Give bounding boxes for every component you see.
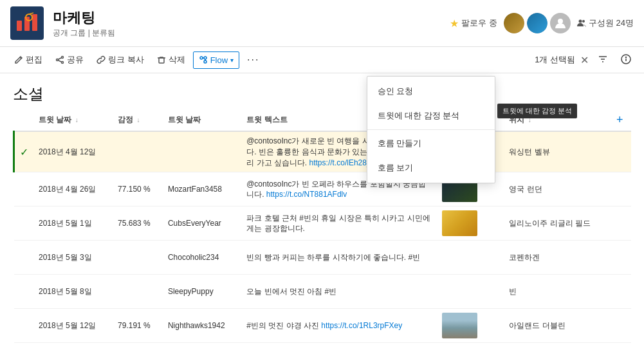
row-extra: [611, 309, 631, 343]
avatar-placeholder: [550, 13, 571, 33]
svg-point-8: [62, 57, 64, 59]
add-column-button[interactable]: +: [616, 113, 623, 127]
row-date: 2018년 5월 8일: [33, 275, 113, 309]
header-right: 팔로우 중 구성원 24명: [450, 13, 634, 33]
delete-button[interactable]: 삭제: [152, 51, 190, 69]
row-extra: [611, 207, 631, 241]
table-row[interactable]: 2018년 5월 1일75.683 %CubsEveryYear파크 호텔 근처…: [14, 207, 632, 241]
row-extra: [611, 275, 631, 309]
tweet-link[interactable]: https://t.co/1RL3rpFXey: [321, 321, 402, 330]
row-date: 2018년 5월 3일: [33, 241, 113, 275]
row-author: Chocoholic234: [163, 241, 241, 275]
row-sentiment: 79.191 %: [113, 309, 163, 343]
share-button[interactable]: 공유: [50, 51, 89, 69]
member-count: 구성원 24명: [577, 17, 634, 29]
row-tweet-text: #빈의 멋진 야경 사진 https://t.co/1RL3rpFXey: [241, 309, 437, 343]
tweet-image: [442, 313, 477, 338]
dropdown-item-create-flow[interactable]: 호름 만들기: [367, 131, 495, 156]
dropdown-item-approval[interactable]: 승인 요청: [367, 79, 495, 104]
sort-arrow-sentiment: ↓: [136, 116, 140, 124]
row-location: 빈: [504, 275, 611, 309]
filter-button[interactable]: [594, 51, 612, 69]
col-location[interactable]: 위치 ↓: [504, 109, 611, 131]
row-extra: [611, 241, 631, 275]
row-date: 2018년 4월 12일: [33, 131, 113, 172]
svg-point-22: [626, 57, 627, 57]
flow-dropdown-container: Flow ▾ 승인 요청 트윗에 대한 감정 분석 트윗에 대한 감정 분석 호…: [193, 51, 239, 69]
row-sentiment: 75.683 %: [113, 207, 163, 241]
info-button[interactable]: [617, 51, 635, 69]
filter-icon: [598, 54, 608, 64]
row-date: 2018년 5월 1일: [33, 207, 113, 241]
app-title: 마케팅 공개 그룹 | 분류됨: [53, 8, 115, 39]
follow-button[interactable]: 팔로우 중: [450, 17, 497, 30]
link-icon: [97, 55, 106, 64]
table-row[interactable]: 2018년 5월 3일Chocoholic234빈의 빵과 커피는 하루를 시작…: [14, 241, 632, 275]
table-row[interactable]: 2018년 4월 26일77.150 %MozartFan3458@contos…: [14, 172, 632, 207]
clear-selection-button[interactable]: ✕: [580, 54, 589, 66]
flow-dropdown-caret: ▾: [230, 57, 234, 64]
row-location: 코펜하겐: [504, 241, 611, 275]
row-sentiment: [113, 275, 163, 309]
svg-point-7: [582, 20, 585, 23]
copy-link-button[interactable]: 링크 복사: [91, 51, 149, 69]
row-location: 영국 런던: [504, 172, 611, 207]
tweet-image: [442, 244, 477, 270]
row-check: [14, 207, 34, 241]
app-icon: [10, 6, 44, 40]
table-container: 트윗 날짜 ↓ 감정 ↓ 트윗 날짜 트윗 텍스트 트윗 미디어 ↓: [0, 109, 644, 343]
avatar-1: [504, 13, 524, 33]
svg-rect-1: [24, 17, 30, 31]
svg-point-15: [200, 57, 203, 59]
share-icon: [55, 55, 64, 64]
svg-point-17: [204, 60, 207, 63]
row-location: 워싱턴 벨뷰: [504, 131, 611, 172]
row-sentiment: [113, 131, 163, 172]
col-sentiment[interactable]: 감정 ↓: [113, 109, 163, 131]
svg-point-10: [57, 59, 59, 61]
sort-arrow-location: ↓: [528, 116, 531, 124]
row-author: MozartFan3458: [163, 172, 241, 207]
svg-rect-2: [32, 14, 37, 31]
flow-dropdown-menu: 승인 요청 트윗에 대한 감정 분석 트윗에 대한 감정 분석 호름 만들기 호…: [367, 76, 495, 183]
row-location: 일리노이주 리글리 필드: [504, 207, 611, 241]
col-add[interactable]: +: [611, 109, 631, 131]
row-author: SleepyPuppy: [163, 275, 241, 309]
more-button[interactable]: ···: [242, 51, 264, 69]
app-title-main: 마케팅: [53, 8, 115, 28]
app-title-sub: 공개 그룹 | 분류됨: [53, 28, 115, 39]
svg-point-9: [62, 62, 64, 64]
row-tweet-text: 파크 호텔 근처 #빈의 휴일 시장은 특히 시카고 시민에게는 굉장합니다.: [241, 207, 437, 241]
flow-button[interactable]: Flow ▾: [193, 51, 239, 69]
tweet-link[interactable]: https://t.co/NT881AFdlv: [266, 190, 347, 199]
row-tweet-text: 오늘 빈에서 멋진 아침 #빈: [241, 275, 437, 309]
col-date[interactable]: 트윗 날짜 ↓: [33, 109, 113, 131]
info-icon: [621, 54, 631, 64]
row-check: [14, 172, 34, 207]
svg-rect-13: [159, 58, 164, 63]
row-author: Nighthawks1942: [163, 309, 241, 343]
app-header: 마케팅 공개 그룹 | 분류됨 팔로우 중 구성원 24명: [0, 0, 644, 47]
col-author[interactable]: 트윗 날짜: [163, 109, 241, 131]
avatar-list: [504, 13, 571, 33]
table-header-row: 트윗 날짜 ↓ 감정 ↓ 트윗 날짜 트윗 텍스트 트윗 미디어 ↓: [14, 109, 632, 131]
dropdown-divider: [367, 129, 495, 130]
table-row[interactable]: 2018년 5월 12일79.191 %Nighthawks1942#빈의 멋진…: [14, 309, 632, 343]
selection-info: 1개 선택됨 ✕: [535, 54, 589, 66]
tweet-image: [442, 279, 477, 304]
delete-icon: [157, 55, 166, 64]
header-left: 마케팅 공개 그룹 | 분류됨: [10, 6, 115, 40]
table-row[interactable]: 2018년 5월 8일SleepyPuppy오늘 빈에서 멋진 아침 #빈빈: [14, 275, 632, 309]
row-date: 2018년 4월 26일: [33, 172, 113, 207]
row-media: [437, 241, 504, 275]
dropdown-item-sentiment[interactable]: 트윗에 대한 감정 분석: [367, 104, 470, 128]
row-extra: [611, 131, 631, 172]
row-sentiment: 77.150 %: [113, 172, 163, 207]
svg-line-11: [58, 58, 61, 59]
svg-point-5: [558, 19, 563, 24]
svg-rect-0: [17, 21, 22, 31]
edit-button[interactable]: 편집: [9, 51, 48, 69]
dropdown-item-view-flow[interactable]: 호름 보기: [367, 156, 495, 180]
avatar-2: [527, 13, 547, 33]
table-row[interactable]: ✓2018년 4월 12일@contosoInc가 새로운 빈 여행을 시작하기…: [14, 131, 632, 172]
